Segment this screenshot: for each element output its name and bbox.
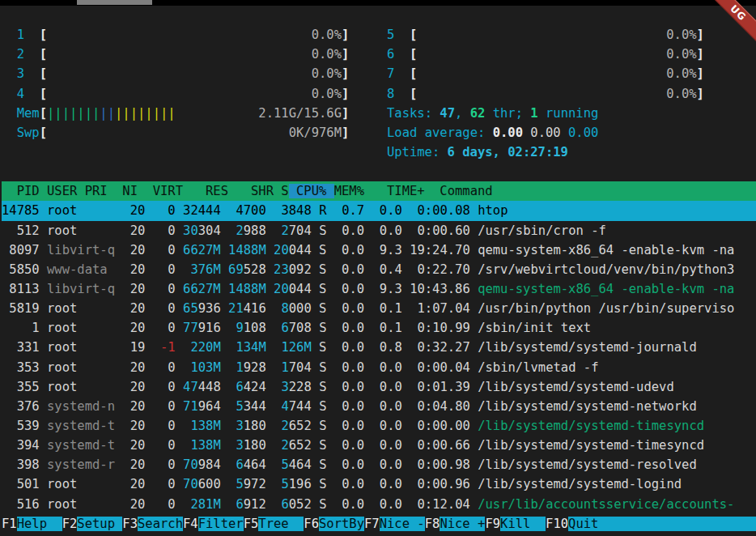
mem-value: 108 (244, 321, 266, 335)
sep (40, 282, 47, 296)
fkey-f8[interactable]: F8Nice + (425, 517, 486, 531)
sep (221, 419, 228, 433)
threads-word: thr; (485, 106, 530, 121)
fkey-f4[interactable]: F4Filter (183, 517, 244, 531)
sep (312, 321, 319, 335)
mem-value: 652 (289, 419, 312, 433)
fkey-f9[interactable]: F9Kill (485, 517, 546, 531)
fkey-f5[interactable]: F5Tree (244, 517, 304, 531)
column-header-pid[interactable]: PID (2, 184, 40, 198)
process-row-353[interactable]: 353 root 20 0 103M 1928 1704 S 0.0 0.0 0… (2, 358, 756, 377)
fkey-f5-label: Tree (258, 517, 304, 531)
mem-value-prefix: 5 (281, 457, 288, 472)
sep (145, 203, 152, 218)
column-header-shr[interactable]: SHR (228, 184, 274, 198)
sep (176, 262, 183, 277)
process-row-331[interactable]: 331 root 19 -1 220M 134M 126M S 0.0 0.8 … (2, 338, 756, 357)
meter-open-bracket: [ (40, 28, 47, 42)
fkey-f1-label: Help (17, 517, 62, 531)
sep (326, 282, 333, 296)
sep (470, 438, 478, 453)
fkey-f1[interactable]: F1Help (2, 517, 62, 531)
process-row-14785[interactable]: 14785 root 20 0 32444 4700 3848 R 0.7 0.… (2, 201, 756, 220)
column-header-mem[interactable]: MEM% (334, 184, 364, 198)
sep (145, 340, 152, 355)
mem-value: 928 (244, 360, 266, 375)
pri-cell: 20 (122, 321, 145, 335)
column-header-pri[interactable]: PRI (77, 184, 107, 198)
process-row-8113[interactable]: 8113 libvirt-q 20 0 6627M 1488M 20044 S … (2, 279, 756, 299)
pri-cell: 20 (122, 203, 145, 218)
sep (145, 262, 152, 277)
sep (326, 301, 333, 316)
fkey-f2[interactable]: F2Setup (62, 517, 123, 531)
process-row-5819[interactable]: 5819 root 20 0 65936 21416 8000 S 0.0 0.… (2, 299, 756, 318)
time-cell: 0:22.70 (410, 262, 470, 277)
mem-value: 988 (244, 223, 266, 238)
pri-cell: 20 (122, 243, 145, 257)
sep (221, 301, 228, 316)
column-header-s[interactable]: S (274, 184, 289, 198)
fkey-f10[interactable]: F10Quit (546, 517, 756, 531)
column-header-ni[interactable]: NI (108, 184, 138, 198)
mem-percent-cell: 0.8 (372, 340, 401, 355)
ni-cell: 0 (153, 360, 176, 375)
process-row-5850[interactable]: 5850 www-data 20 0 376M 69528 23092 S 0.… (2, 260, 756, 279)
sep (266, 282, 274, 296)
column-header-command[interactable]: Command (432, 184, 493, 198)
pad (228, 399, 236, 414)
process-row-501[interactable]: 501 root 20 0 70600 5972 5196 S 0.0 0.0 … (2, 474, 756, 494)
sep (40, 497, 47, 512)
process-row-376[interactable]: 376 systemd-n 20 0 71964 5344 4744 S 0.0… (2, 397, 756, 416)
column-header-user[interactable]: USER (40, 184, 78, 198)
pad (183, 497, 190, 512)
mem-value-prefix: 3 (236, 438, 243, 453)
sep (145, 223, 152, 238)
meter-close-bracket: ] (342, 47, 349, 62)
sep (312, 438, 319, 453)
fkey-f4-label: Filter (198, 517, 244, 531)
column-header-res[interactable]: RES (183, 184, 228, 198)
mem-value: 196 (289, 477, 312, 491)
process-row-355[interactable]: 355 root 20 0 47448 6424 3228 S 0.0 0.0 … (2, 377, 756, 397)
process-row-516[interactable]: 516 root 20 0 281M 6912 6052 S 0.0 0.0 0… (2, 495, 756, 514)
pad (228, 340, 236, 355)
column-header-time[interactable]: TIME+ (364, 184, 432, 198)
sep (326, 438, 333, 453)
column-header-cpu%[interactable]: CPU% (289, 184, 334, 198)
load-average-label: Load average: (387, 125, 493, 140)
uptime-row: Uptime: 6 days, 02:27:19 (2, 143, 756, 162)
sep (266, 477, 274, 491)
process-row-1[interactable]: 1 root 20 0 77916 9108 6708 S 0.0 0.1 0:… (2, 318, 756, 338)
sep (266, 457, 274, 472)
cpu-percent-cell: 0.0 (334, 321, 364, 335)
sep (266, 321, 274, 335)
sep (312, 262, 319, 277)
running-word: running (538, 106, 599, 121)
ni-cell: 0 (153, 321, 176, 335)
sep (326, 321, 333, 335)
fkey-f3[interactable]: F3Search (122, 517, 183, 531)
mem-value-prefix: 8 (281, 301, 288, 316)
process-row-8097[interactable]: 8097 libvirt-q 20 0 6627M 1488M 20044 S … (2, 240, 756, 260)
pad (183, 438, 190, 453)
swap-meter-label: Swp (17, 125, 40, 140)
sep (402, 457, 410, 472)
process-row-398[interactable]: 398 systemd-r 20 0 70984 6464 5464 S 0.0… (2, 455, 756, 474)
process-row-512[interactable]: 512 root 20 0 30304 2988 2704 S 0.0 0.0 … (2, 221, 756, 240)
mem-value-prefix: 2 (281, 438, 288, 453)
sep (470, 340, 478, 355)
sep (470, 282, 478, 296)
mem-value: 138M (190, 438, 220, 453)
meter-open-bracket: [ (40, 125, 47, 140)
column-header-virt[interactable]: VIRT (138, 184, 183, 198)
sep (115, 223, 122, 238)
window-top-tab (77, 0, 152, 5)
process-row-394[interactable]: 394 systemd-t 20 0 138M 3180 2652 S 0.0 … (2, 436, 756, 455)
fkey-f6[interactable]: F6SortBy (304, 517, 364, 531)
fkey-f7[interactable]: F7Nice - (364, 517, 425, 531)
mem-value-prefix: 9 (236, 321, 243, 335)
sep (145, 282, 152, 296)
pad (228, 380, 236, 394)
process-row-539[interactable]: 539 systemd-t 20 0 138M 3180 2652 S 0.0 … (2, 416, 756, 436)
